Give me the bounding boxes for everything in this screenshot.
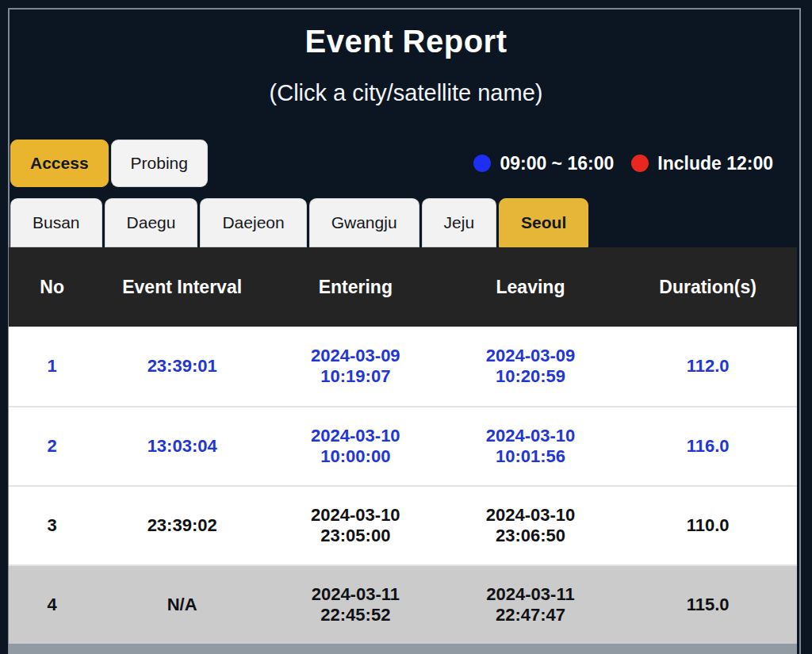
table-row: 123:39:012024-03-0910:19:072024-03-0910:… [9,327,797,406]
page-subtitle: (Click a city/satellite name) [0,80,812,106]
legend-item-include-12-00: Include 12:00 [631,153,773,174]
cell-event-interval: 23:39:02 [95,487,269,564]
cell-event-interval: N/A [95,566,269,644]
leaving-time: 22:47:47 [496,605,565,625]
cell-duration: 116.0 [619,407,797,485]
legend-item-09-00-16-00: 09:00 ~ 16:00 [473,153,614,174]
event-table: NoEvent IntervalEnteringLeavingDuration(… [9,247,797,654]
tab-gwangju[interactable]: Gwangju [309,198,419,247]
tab-daejeon[interactable]: Daejeon [200,198,306,247]
legend: 09:00 ~ 16:00Include 12:00 [473,153,797,174]
table-row-partial [9,644,797,654]
tab-seoul[interactable]: Seoul [499,198,588,247]
leaving-time: 23:06:50 [496,526,565,546]
mode-row: AccessProbing 09:00 ~ 16:00Include 12:00 [10,140,797,187]
entering-time: 22:45:52 [320,605,390,625]
cell-entering: 2024-03-1010:00:00 [269,407,442,485]
entering-date: 2024-03-10 [311,505,400,526]
cell-event-interval: 23:39:01 [95,327,269,406]
cell-entering: 2024-03-1023:05:00 [269,487,442,564]
leaving-date: 2024-03-10 [486,505,576,526]
tab-daegu[interactable]: Daegu [105,198,198,247]
column-header-event-interval: Event Interval [95,247,269,327]
cell-leaving: 2024-03-1122:47:47 [442,566,619,644]
column-header-duration-s: Duration(s) [619,247,797,327]
cell-leaving: 2024-03-0910:20:59 [442,327,619,406]
red-dot-icon [631,155,649,172]
column-header-leaving: Leaving [442,247,619,327]
city-tabs: BusanDaeguDaejeonGwangjuJejuSeoul [10,198,588,247]
tab-jeju[interactable]: Jeju [422,198,497,247]
table-row: 4N/A2024-03-1122:45:522024-03-1122:47:47… [9,564,797,644]
column-header-entering: Entering [269,247,442,327]
cell-entering: 2024-03-0910:19:07 [269,327,442,406]
tab-probing[interactable]: Probing [111,140,208,187]
entering-time: 23:05:00 [320,526,390,546]
cell-leaving: 2024-03-1023:06:50 [442,487,619,564]
leaving-date: 2024-03-11 [486,584,574,605]
page-title: Event Report [0,24,812,59]
cell-no: 2 [9,407,95,485]
table-body: 123:39:012024-03-0910:19:072024-03-0910:… [9,327,797,644]
cell-leaving: 2024-03-1010:01:56 [442,407,619,485]
entering-date: 2024-03-09 [311,346,400,366]
event-report-page: Event Report (Click a city/satellite nam… [0,0,812,654]
entering-date: 2024-03-11 [312,584,400,605]
entering-time: 10:19:07 [320,366,390,387]
blue-dot-icon [473,155,491,172]
cell-no: 1 [9,327,95,406]
legend-label: Include 12:00 [657,153,773,174]
cell-event-interval: 13:03:04 [95,407,269,485]
table-row: 213:03:042024-03-1010:00:002024-03-1010:… [9,406,797,485]
cell-no: 4 [9,566,95,644]
cell-entering: 2024-03-1122:45:52 [269,566,442,644]
table-row: 323:39:022024-03-1023:05:002024-03-1023:… [9,485,797,564]
entering-date: 2024-03-10 [311,426,400,446]
table-header: NoEvent IntervalEnteringLeavingDuration(… [9,247,797,327]
leaving-time: 10:01:56 [496,446,565,467]
cell-duration: 115.0 [619,566,797,644]
cell-duration: 112.0 [619,327,797,406]
cell-no: 3 [9,487,95,564]
tab-busan[interactable]: Busan [10,198,102,247]
mode-tabs: AccessProbing [10,140,208,187]
leaving-date: 2024-03-10 [486,426,576,446]
entering-time: 10:00:00 [320,446,390,467]
legend-label: 09:00 ~ 16:00 [500,153,614,174]
leaving-time: 10:20:59 [496,366,565,387]
tab-access[interactable]: Access [10,140,109,187]
cell-duration: 110.0 [619,487,797,564]
column-header-no: No [9,247,95,327]
leaving-date: 2024-03-09 [486,346,576,366]
